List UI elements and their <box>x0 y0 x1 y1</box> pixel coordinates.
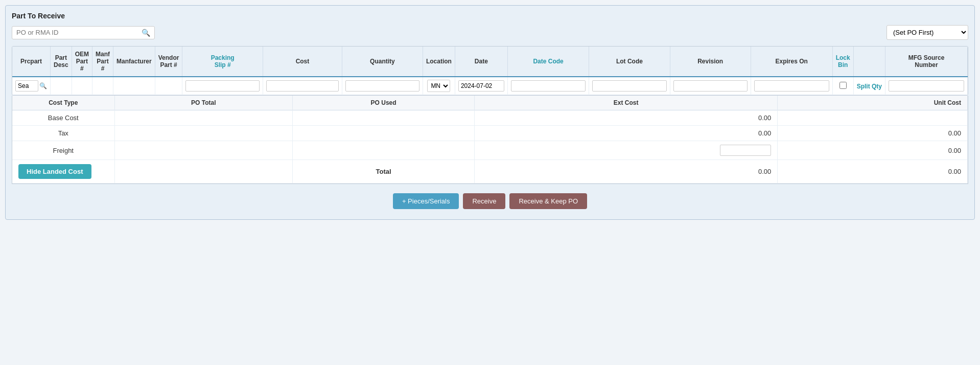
table-row: 🔍 <box>12 77 968 95</box>
col-date: Date <box>455 47 507 77</box>
cell-manfacturer <box>113 77 155 95</box>
cell-mfg-source <box>885 77 968 95</box>
col-prcpart: Prcpart <box>12 47 51 77</box>
col-lot-code: Lot Code <box>589 47 670 77</box>
cost-po-used-total: Total <box>293 160 475 184</box>
col-part-desc: PartDesc <box>51 47 72 77</box>
cost-label-base: Base Cost <box>12 110 114 126</box>
cost-ext-base: 0.00 <box>475 110 778 126</box>
parts-table: Prcpart PartDesc OEMPart# ManfPart# Manf… <box>12 47 968 95</box>
cell-revision <box>670 77 751 95</box>
cost-label-tax: Tax <box>12 126 114 141</box>
cost-table: Cost Type PO Total PO Used Ext Cost Unit… <box>12 96 968 184</box>
po-search-box: 🔍 <box>12 26 155 39</box>
cost-hide-landed-cell: Hide Landed Cost <box>12 160 114 184</box>
cost-po-total-freight <box>114 141 293 160</box>
po-select[interactable]: (Set PO First) <box>886 25 968 40</box>
cell-location: MN <box>423 77 455 95</box>
cell-prcpart: 🔍 <box>12 77 51 95</box>
cost-unit-base <box>778 110 968 126</box>
expires-on-input[interactable] <box>754 80 829 92</box>
hide-landed-cost-button[interactable]: Hide Landed Cost <box>18 164 91 179</box>
cost-col-unit-cost: Unit Cost <box>778 96 968 110</box>
cell-manf-part <box>92 77 113 95</box>
date-code-input[interactable] <box>511 80 586 92</box>
cell-split-qty: Split Qty <box>853 77 885 95</box>
cost-label-freight: Freight <box>12 141 114 160</box>
cell-part-desc <box>51 77 72 95</box>
cost-col-po-total: PO Total <box>114 96 293 110</box>
cost-unit-tax: 0.00 <box>778 126 968 141</box>
packing-slip-input[interactable] <box>185 80 260 92</box>
cell-lock-bin <box>832 77 853 95</box>
col-mfg-source: MFG SourceNumber <box>885 47 968 77</box>
part-to-receive-panel: Part To Receive 🔍 (Set PO First) Prcpart… <box>5 5 975 220</box>
col-manfacturer: Manfacturer <box>113 47 155 77</box>
parts-table-container: Prcpart PartDesc OEMPart# ManfPart# Manf… <box>12 46 968 96</box>
col-quantity: Quantity <box>342 47 423 77</box>
col-oem-part: OEMPart# <box>72 47 92 77</box>
col-cost: Cost <box>263 47 342 77</box>
cost-ext-freight <box>475 141 778 160</box>
cell-date <box>455 77 507 95</box>
cost-row-total: Hide Landed Cost Total 0.00 0.00 <box>12 160 968 184</box>
revision-input[interactable] <box>673 80 748 92</box>
table-header-row: Prcpart PartDesc OEMPart# ManfPart# Manf… <box>12 47 968 77</box>
col-date-code: Date Code <box>507 47 589 77</box>
cost-po-used-base <box>293 110 475 126</box>
col-revision: Revision <box>670 47 751 77</box>
cost-unit-freight: 0.00 <box>778 141 968 160</box>
cost-row-tax: Tax 0.00 0.00 <box>12 126 968 141</box>
cost-po-total-tax <box>114 126 293 141</box>
col-location: Location <box>423 47 455 77</box>
cell-cost <box>263 77 342 95</box>
col-expires-on: Expires On <box>751 47 832 77</box>
prcpart-search-icon: 🔍 <box>39 82 47 89</box>
cost-po-used-freight <box>293 141 475 160</box>
col-lock-bin: LockBin <box>832 47 853 77</box>
cell-date-code <box>507 77 589 95</box>
col-split-qty <box>853 47 885 77</box>
receive-button[interactable]: Receive <box>463 193 505 209</box>
cost-row-freight: Freight 0.00 <box>12 141 968 160</box>
prcpart-search-input[interactable] <box>15 80 38 92</box>
cost-col-ext-cost: Ext Cost <box>475 96 778 110</box>
date-input[interactable] <box>458 80 504 92</box>
cost-po-total-base <box>114 110 293 126</box>
cell-lot-code <box>589 77 670 95</box>
cell-packing-slip <box>182 77 263 95</box>
split-qty-button[interactable]: Split Qty <box>857 83 882 90</box>
pieces-serials-button[interactable]: + Pieces/Serials <box>393 193 459 209</box>
col-vendor-part: VendorPart # <box>155 47 182 77</box>
location-select[interactable]: MN <box>427 80 450 92</box>
search-button[interactable]: 🔍 <box>142 29 150 37</box>
cost-col-type: Cost Type <box>12 96 114 110</box>
cost-input[interactable] <box>266 80 339 92</box>
freight-input[interactable] <box>720 145 771 156</box>
quantity-input[interactable] <box>345 80 419 92</box>
prcpart-search-cell: 🔍 <box>15 80 47 92</box>
po-search-input[interactable] <box>16 29 142 36</box>
cell-expires-on <box>751 77 832 95</box>
cell-oem-part <box>72 77 92 95</box>
lock-bin-checkbox[interactable] <box>839 82 847 89</box>
cost-col-po-used: PO Used <box>293 96 475 110</box>
cost-po-used-tax <box>293 126 475 141</box>
receive-keep-po-button[interactable]: Receive & Keep PO <box>509 193 587 209</box>
col-packing-slip: PackingSlip # <box>182 47 263 77</box>
top-bar: 🔍 (Set PO First) <box>12 25 968 40</box>
cell-quantity <box>342 77 423 95</box>
cell-vendor-part <box>155 77 182 95</box>
cost-header-row: Cost Type PO Total PO Used Ext Cost Unit… <box>12 96 968 110</box>
cost-row-base: Base Cost 0.00 <box>12 110 968 126</box>
lot-code-input[interactable] <box>592 80 666 92</box>
cost-section: Cost Type PO Total PO Used Ext Cost Unit… <box>12 96 968 184</box>
cost-ext-tax: 0.00 <box>475 126 778 141</box>
cost-unit-total: 0.00 <box>778 160 968 184</box>
cost-ext-total: 0.00 <box>475 160 778 184</box>
bottom-actions: + Pieces/Serials Receive Receive & Keep … <box>12 189 968 213</box>
mfg-source-input[interactable] <box>889 80 964 92</box>
col-manf-part: ManfPart# <box>92 47 113 77</box>
panel-title: Part To Receive <box>12 12 968 20</box>
cost-po-total-total <box>114 160 293 184</box>
